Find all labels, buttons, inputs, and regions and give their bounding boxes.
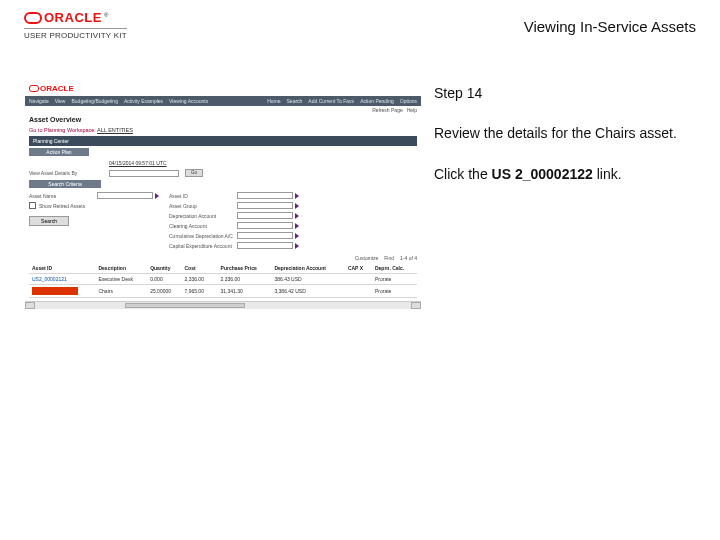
cum-dep-input[interactable] <box>237 232 293 239</box>
table-row: Chairs25.000007,965.0031,341.303,386.42 … <box>29 285 417 298</box>
table-row: US2_00002121Executive Desk0.0002,336.002… <box>29 274 417 285</box>
app-screenshot: ORACLE Navigate View Budgeting/Budgeting… <box>24 80 422 310</box>
nav-item[interactable]: Viewing Accounts <box>169 98 208 104</box>
nav-item[interactable]: Options <box>400 98 417 104</box>
scroll-left-icon[interactable] <box>25 302 35 309</box>
nav-item[interactable]: Home <box>267 98 280 104</box>
search-criteria-header: Search Criteria <box>29 180 101 188</box>
search-button[interactable]: Search <box>29 216 69 226</box>
customize-link[interactable]: Customize <box>355 255 379 261</box>
logo-block: ORACLE ® USER PRODUCTIVITY KIT <box>24 10 127 40</box>
page-title: Viewing In-Service Assets <box>524 10 696 35</box>
mini-logo-text: ORACLE <box>40 84 74 93</box>
nav-item[interactable]: Search <box>287 98 303 104</box>
horizontal-scrollbar[interactable] <box>25 301 421 309</box>
section-planning-center: Planning Center <box>29 136 417 146</box>
scroll-right-icon[interactable] <box>411 302 421 309</box>
step-action: Click the US 2_00002122 link. <box>434 163 696 185</box>
asset-name-label: Asset Name <box>29 193 97 199</box>
oracle-logo-text: ORACLE <box>44 10 102 25</box>
step-label: Step 14 <box>434 82 696 104</box>
asset-id-link[interactable]: US2_00002121 <box>29 274 95 285</box>
step-body: Review the details for the Chairs asset. <box>434 122 696 144</box>
target-link-label: US 2_00002122 <box>492 166 593 182</box>
go-button[interactable]: Go <box>185 169 203 177</box>
picker-icon[interactable] <box>295 243 299 249</box>
picker-icon[interactable] <box>295 193 299 199</box>
view-select[interactable] <box>109 170 179 177</box>
picker-icon[interactable] <box>295 213 299 219</box>
picker-icon[interactable] <box>295 223 299 229</box>
nav-item[interactable]: Activity Examples <box>124 98 163 104</box>
table-header-row: Asset IDDescriptionQuantityCostPurchase … <box>29 263 417 274</box>
nav-item[interactable]: Action Pending <box>360 98 394 104</box>
instruction-panel: Step 14 Review the details for the Chair… <box>434 80 696 310</box>
nav-item[interactable]: View <box>55 98 66 104</box>
breadcrumb-code[interactable]: ALL ENTITIES <box>97 127 133 133</box>
nav-item[interactable]: Add Current To Favs <box>308 98 354 104</box>
oracle-mark-icon <box>24 12 42 24</box>
dep-account-input[interactable] <box>237 212 293 219</box>
sub-toolbar: Refresh Page Help <box>25 106 421 114</box>
asset-name-input[interactable] <box>97 192 153 199</box>
clearing-account-input[interactable] <box>237 222 293 229</box>
highlight-target-icon[interactable] <box>32 287 78 295</box>
asof-value: 04/15/2014 09:57:01 UTC <box>109 160 167 166</box>
nav-item[interactable]: Budgeting/Budgeting <box>71 98 117 104</box>
asset-group-input[interactable] <box>237 202 293 209</box>
sub-help[interactable]: Help <box>407 107 417 113</box>
breadcrumb: Go to Planning Workspace: ALL ENTITIES <box>29 127 417 133</box>
oracle-logo: ORACLE ® <box>24 10 127 25</box>
view-label: View Asset Details By <box>29 170 109 176</box>
app-navbar: Navigate View Budgeting/Budgeting Activi… <box>25 96 421 106</box>
capex-input[interactable] <box>237 242 293 249</box>
trademark: ® <box>104 12 108 18</box>
show-retired-checkbox[interactable] <box>29 202 36 209</box>
picker-icon[interactable] <box>295 233 299 239</box>
logo-subtitle: USER PRODUCTIVITY KIT <box>24 28 127 40</box>
oracle-mark-icon <box>29 85 39 92</box>
picker-icon[interactable] <box>295 203 299 209</box>
mini-logo: ORACLE <box>27 83 76 94</box>
asset-id-input[interactable] <box>237 192 293 199</box>
sub-refresh[interactable]: Refresh Page <box>372 107 403 113</box>
panel-title: Asset Overview <box>29 116 417 123</box>
show-retired-label: Show Retired Assets <box>39 203 85 209</box>
pager-range: 1-4 of 4 <box>400 255 417 261</box>
tab-action-plan[interactable]: Action Plan <box>29 148 89 156</box>
find-link[interactable]: Find <box>384 255 394 261</box>
picker-icon[interactable] <box>155 193 159 199</box>
table-pager: Customize Find 1-4 of 4 <box>29 255 417 261</box>
nav-item[interactable]: Navigate <box>29 98 49 104</box>
scroll-thumb[interactable] <box>125 303 245 308</box>
